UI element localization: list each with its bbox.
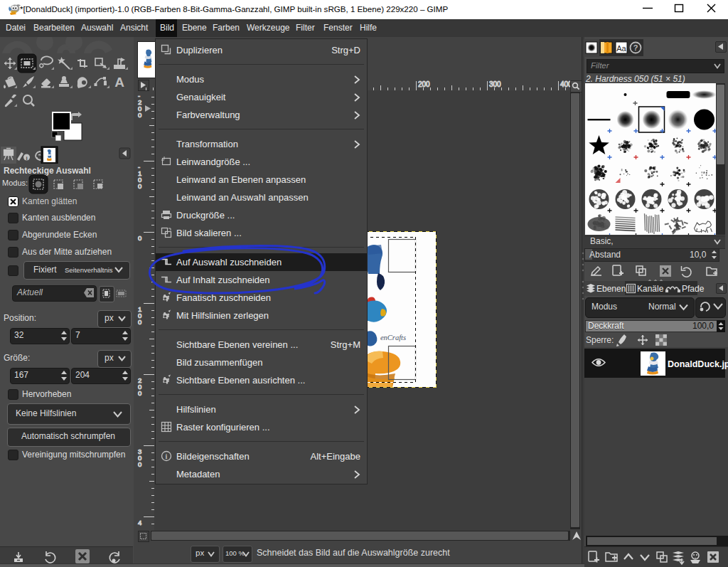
svg-text:4: 4 — [138, 519, 141, 526]
svg-text:200: 200 — [418, 80, 430, 88]
svg-text:Aa: Aa — [616, 44, 626, 53]
svg-text:0: 0 — [138, 182, 141, 190]
svg-text:Ebenen: Ebenen — [596, 284, 626, 294]
svg-text:?: ? — [633, 43, 638, 52]
svg-text:400: 400 — [560, 80, 570, 88]
svg-text:A: A — [114, 75, 124, 90]
svg-text:i: i — [26, 155, 27, 161]
svg-text:enCrafts: enCrafts — [380, 334, 406, 341]
svg-text:300: 300 — [489, 80, 501, 88]
svg-text:Pfade: Pfade — [682, 284, 705, 294]
svg-text:0: 0 — [138, 318, 141, 326]
svg-text:0: 0 — [138, 111, 141, 119]
svg-text:0: 0 — [138, 460, 141, 468]
svg-text:Kanäle: Kanäle — [637, 284, 664, 294]
svg-text:0: 0 — [138, 234, 141, 242]
svg-text:i: i — [166, 452, 168, 460]
svg-text:0: 0 — [138, 389, 141, 397]
